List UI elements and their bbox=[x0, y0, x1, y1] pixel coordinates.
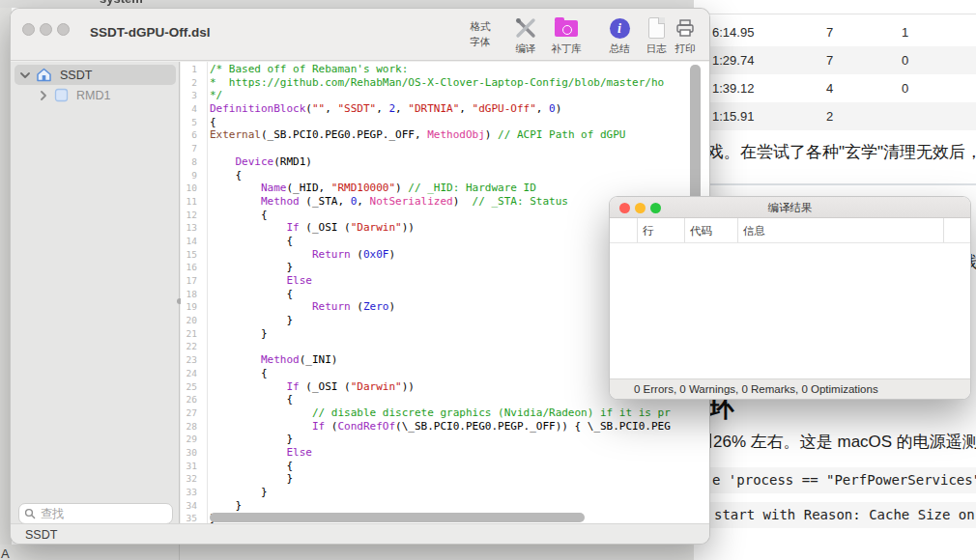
table-cell: 6:14.95 bbox=[712, 18, 826, 46]
table-cell: 1 bbox=[902, 18, 976, 46]
printer-icon bbox=[664, 16, 706, 40]
format-font-button[interactable]: 格式 字体 bbox=[461, 18, 500, 49]
code-line-31: { bbox=[210, 460, 687, 473]
background-code-line-2: start with Reason: Cache Size on bbox=[694, 502, 976, 528]
compile-results-window: 编译结果 行 代码 信息 0 Errors, 0 Warnings, 0 Rem… bbox=[609, 196, 971, 400]
line-number: 24 bbox=[181, 367, 197, 380]
code-line-8: Device(RMD1) bbox=[210, 155, 687, 169]
background-code-line-1: e 'process == "PerfPowerServices"' bbox=[694, 467, 976, 493]
sidebar-item-label: RMD1 bbox=[76, 89, 110, 102]
home-icon bbox=[36, 68, 52, 82]
table-row[interactable]: 1:15.912 bbox=[694, 102, 976, 130]
zoom-button[interactable] bbox=[650, 203, 661, 213]
code-line-9: { bbox=[210, 169, 687, 182]
table-row[interactable]: 6:14.9571 bbox=[694, 18, 976, 46]
background-paragraph-mid: 26% 左右。这是 macOS 的电源遥测服 bbox=[713, 431, 976, 453]
minimize-button[interactable] bbox=[40, 23, 52, 36]
table-cell: 7 bbox=[826, 46, 902, 74]
line-number: 22 bbox=[181, 340, 197, 353]
code-line-27: // disable discrete graphics (Nvidia/Rad… bbox=[210, 406, 687, 420]
table-cell: 1:29.74 bbox=[712, 46, 826, 74]
background-section-divider bbox=[694, 183, 976, 185]
sidebar-item-label: SSDT bbox=[60, 69, 92, 82]
code-line-28: If (CondRefOf(\_SB.PCI0.PEG0.PEGP._OFF))… bbox=[210, 420, 687, 434]
line-number: 20 bbox=[181, 314, 197, 327]
code-line-6: External(_SB.PCI0.PEG0.PEGP._OFF, Method… bbox=[210, 128, 687, 142]
close-button[interactable] bbox=[619, 203, 630, 213]
compile-status-bar: 0 Errors, 0 Warnings, 0 Remarks, 0 Optim… bbox=[610, 378, 970, 399]
table-divider bbox=[694, 14, 976, 14]
screen: system A 6:14.95711:29.74701:39.12401:15… bbox=[0, 0, 976, 560]
column-header-line[interactable]: 行 bbox=[637, 218, 684, 242]
line-number-gutter: 1234567891011121314151617181920212223242… bbox=[181, 63, 201, 523]
window-title: SSDT-dGPU-Off.dsl bbox=[90, 25, 211, 40]
line-number: 26 bbox=[181, 393, 197, 406]
line-number: 15 bbox=[181, 248, 197, 262]
compile-window-title: 编译结果 bbox=[610, 197, 970, 218]
compile-tools-icon bbox=[504, 16, 547, 40]
line-number: 29 bbox=[181, 433, 197, 446]
code-line-10: Name(_HID, "RMD10000") // _HID: Hardware… bbox=[210, 182, 687, 195]
status-bar-text: SSDT bbox=[25, 528, 57, 542]
background-paragraph-top: 戏。在尝试了各种"玄学"清理无效后，我 bbox=[707, 141, 976, 163]
line-number: 4 bbox=[181, 102, 197, 116]
patch-folder-icon bbox=[545, 16, 588, 40]
code-line-3: */ bbox=[210, 89, 687, 102]
sidebar-item-rmd1[interactable]: RMD1 bbox=[40, 85, 110, 105]
code-line-1: /* Based off of Rebaman's work: bbox=[210, 63, 687, 76]
background-top-window-title: system bbox=[100, 0, 143, 6]
line-number: 21 bbox=[181, 327, 197, 341]
code-line-7 bbox=[210, 142, 687, 155]
chevron-right-icon[interactable] bbox=[40, 91, 47, 100]
table-cell: 0 bbox=[902, 46, 976, 74]
background-top-window-edge: system bbox=[0, 0, 715, 8]
search-input[interactable] bbox=[18, 503, 173, 524]
chevron-down-icon[interactable] bbox=[20, 71, 30, 79]
sidebar-item-ssdt[interactable]: SSDT bbox=[20, 65, 92, 85]
table-cell: 0 bbox=[902, 74, 976, 102]
compile-results-list[interactable] bbox=[610, 243, 970, 378]
line-number: 11 bbox=[181, 195, 197, 209]
zoom-button[interactable] bbox=[57, 23, 70, 36]
line-number: 23 bbox=[181, 353, 197, 367]
table-cell: 4 bbox=[826, 74, 902, 102]
table-row[interactable]: 1:39.1240 bbox=[694, 74, 976, 102]
table-cell bbox=[902, 102, 976, 130]
column-header-message[interactable]: 信息 bbox=[737, 218, 943, 242]
compile-button[interactable]: 编译 bbox=[504, 16, 547, 56]
code-line-4: DefinitionBlock("", "SSDT", 2, "DRTNIA",… bbox=[210, 102, 687, 116]
close-button[interactable] bbox=[22, 23, 35, 36]
line-number: 25 bbox=[181, 380, 197, 394]
status-bar: SSDT bbox=[11, 523, 710, 545]
code-line-29: } bbox=[210, 433, 687, 446]
header-spacer bbox=[610, 218, 637, 242]
table-row[interactable]: 1:29.7470 bbox=[694, 46, 976, 74]
code-line-5: { bbox=[210, 116, 687, 129]
patch-library-button[interactable]: 补丁库 bbox=[545, 16, 588, 56]
horizontal-scrollbar[interactable] bbox=[210, 513, 585, 522]
line-number: 30 bbox=[181, 446, 197, 460]
line-number: 31 bbox=[181, 460, 197, 473]
print-button[interactable]: 打印 bbox=[664, 16, 706, 56]
font-label: 字体 bbox=[461, 34, 500, 49]
format-label: 格式 bbox=[461, 18, 500, 34]
search-icon bbox=[24, 508, 36, 519]
line-number: 28 bbox=[181, 420, 197, 434]
line-number: 32 bbox=[181, 472, 197, 486]
compile-status-text: 0 Errors, 0 Warnings, 0 Remarks, 0 Optim… bbox=[634, 383, 878, 395]
table-cell: 1:15.91 bbox=[712, 102, 826, 130]
background-bottom-window-strip: A bbox=[0, 545, 715, 560]
line-number: 8 bbox=[181, 155, 197, 169]
line-number: 14 bbox=[181, 235, 197, 248]
background-divider bbox=[179, 545, 180, 560]
minimize-button[interactable] bbox=[635, 203, 646, 213]
line-number: 1 bbox=[181, 63, 197, 76]
line-number: 7 bbox=[181, 142, 197, 155]
gutter-separator bbox=[207, 62, 208, 523]
title-bar: SSDT-dGPU-Off.dsl 格式 字体 编译 补丁库 bbox=[11, 9, 710, 61]
line-number: 16 bbox=[181, 261, 197, 274]
maciasl-window: SSDT-dGPU-Off.dsl 格式 字体 编译 补丁库 bbox=[10, 8, 710, 545]
line-number: 3 bbox=[181, 89, 197, 102]
code-line-33: } bbox=[210, 486, 687, 499]
column-header-code[interactable]: 代码 bbox=[684, 218, 737, 242]
